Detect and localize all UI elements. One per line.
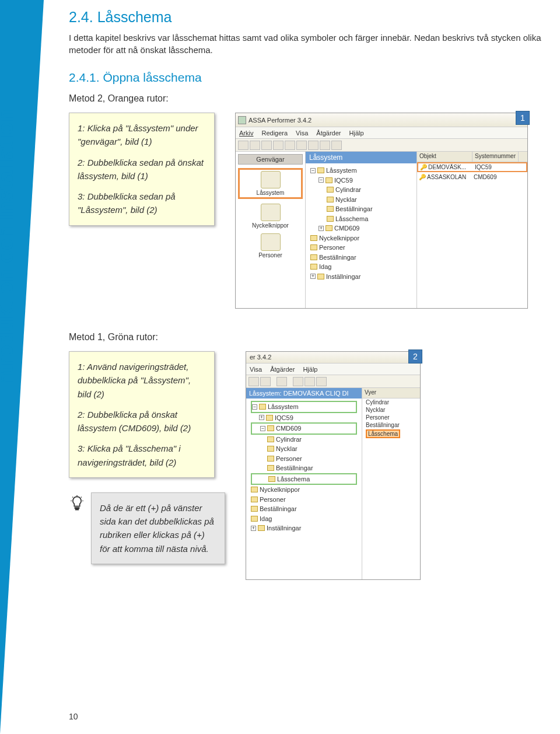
toolbar-icon[interactable] — [320, 141, 330, 150]
tree-node[interactable]: +CMD609 — [310, 223, 412, 233]
toolbar-icon[interactable] — [238, 141, 249, 150]
intro-paragraph: I detta kapitel beskrivs var låsschemat … — [69, 32, 541, 56]
tree-node[interactable]: Beställningar — [310, 204, 412, 214]
tree-label: Personer — [276, 454, 302, 464]
tree-node[interactable]: Nyckelknippor — [251, 485, 357, 495]
menu-visa[interactable]: Visa — [296, 130, 308, 137]
minus-icon[interactable]: − — [310, 168, 316, 173]
badge-1: 1 — [516, 111, 530, 125]
cell-system: IQC59 — [473, 164, 494, 170]
shortcut-personer[interactable]: Personer — [238, 233, 303, 258]
tree-label: Inställningar — [326, 272, 360, 282]
folder-icon — [261, 204, 281, 221]
method-2-label: Metod 2, Orangea rutor: — [69, 93, 541, 104]
tree-node[interactable]: −Låssystem — [310, 166, 412, 176]
menu-atgarder[interactable]: Åtgärder — [316, 130, 341, 137]
heading-1: 2.4. Låsschema — [69, 9, 541, 26]
plus-icon[interactable]: + — [259, 415, 264, 420]
tree-header: Låssystem: DEMOVÄSKA CLIQ DI — [246, 388, 362, 399]
tree-node-hl-green[interactable]: −Låssystem — [251, 401, 357, 413]
tree-node[interactable]: Cylindrar — [310, 185, 412, 195]
tree-label: IQC59 — [334, 176, 353, 186]
tree-node[interactable]: Personer — [310, 243, 412, 253]
app-title: ASSA Performer 3.4.2 — [249, 117, 312, 124]
tree-node[interactable]: Personer — [251, 495, 357, 505]
tree-node[interactable]: Beställningar — [251, 504, 357, 514]
box2-step2: 2: Dubbelklicka på önskat låssystem (CMD… — [78, 408, 206, 435]
view-row-hl-orange[interactable]: Låsschema — [362, 429, 420, 439]
tree-node[interactable]: Nyckelknippor — [310, 233, 412, 243]
view-row[interactable]: Nycklar — [362, 406, 420, 414]
tree-node[interactable]: Idag — [310, 262, 412, 272]
view-label: Personer — [366, 414, 390, 421]
col-systemnummer[interactable]: Systemnummer — [473, 152, 519, 162]
toolbar-icon[interactable] — [308, 141, 318, 150]
tree-node[interactable]: Idag — [251, 514, 357, 524]
col-objekt[interactable]: Objekt — [417, 152, 473, 162]
menu-redigera[interactable]: Redigera — [261, 130, 288, 137]
toolbar-icon[interactable] — [331, 141, 342, 150]
menu-arkiv[interactable]: Arkiv — [239, 130, 253, 137]
tree-node[interactable]: +Inställningar — [251, 523, 357, 533]
menu-hjalp[interactable]: Hjälp — [349, 130, 364, 137]
shortcut-nyckelknippor[interactable]: Nyckelknippor — [238, 204, 303, 229]
toolbar — [246, 375, 420, 388]
tree-label: Beställningar — [260, 504, 297, 514]
view-label: Nycklar — [366, 407, 385, 413]
view-row[interactable]: Personer — [362, 414, 420, 421]
menu-atgarder[interactable]: Åtgärder — [270, 366, 295, 373]
tree-node[interactable]: Beställningar — [310, 253, 412, 263]
toolbar-icon[interactable] — [260, 377, 271, 386]
heading-2: 2.4.1. Öppna låsschema — [69, 71, 541, 85]
tree-label: Cylindrar — [276, 435, 302, 445]
menu-hjalp[interactable]: Hjälp — [303, 366, 317, 373]
tree-label: Låssystem — [326, 166, 357, 176]
folder-icon — [251, 487, 258, 492]
item-icon: 🔑 — [418, 164, 426, 170]
tree-node[interactable]: Nycklar — [310, 195, 412, 205]
tree-node-hl-green[interactable]: Låsschema — [251, 473, 357, 485]
list-row-highlighted[interactable]: 🔑 DEMOVÄSK... IQC59 — [417, 162, 527, 172]
folder-icon — [259, 404, 266, 410]
toolbar-icon[interactable] — [304, 377, 315, 386]
toolbar-icon[interactable] — [316, 377, 327, 386]
shortcuts-header: Genvägar — [238, 154, 303, 165]
tree-node[interactable]: Beställningar — [251, 463, 357, 473]
tree-node[interactable]: Låsschema — [310, 214, 412, 224]
tree-node[interactable]: −IQC59 — [310, 176, 412, 186]
toolbar-icon[interactable] — [276, 377, 287, 386]
tree-node[interactable]: +IQC59 — [251, 413, 357, 423]
folder-icon — [310, 244, 317, 250]
toolbar-icon[interactable] — [296, 141, 307, 150]
cell-system: CMD609 — [472, 174, 498, 180]
toolbar-icon[interactable] — [250, 141, 260, 150]
toolbar-icon[interactable] — [249, 377, 259, 386]
view-row[interactable]: Cylindrar — [362, 399, 420, 406]
plus-icon[interactable]: + — [318, 226, 324, 231]
tree-label: Beställningar — [319, 253, 356, 263]
list-row[interactable]: 🔑 ASSASKOLAN CMD609 — [417, 172, 527, 182]
tree-node[interactable]: +Inställningar — [310, 272, 412, 282]
tree-node[interactable]: Nycklar — [251, 444, 357, 454]
tree-label: CMD609 — [276, 424, 301, 434]
toolbar-icon[interactable] — [261, 141, 272, 150]
minus-icon[interactable]: − — [252, 404, 257, 410]
tree-node[interactable]: Personer — [251, 454, 357, 464]
folder-icon — [268, 476, 275, 482]
shortcut-label: Personer — [258, 252, 282, 258]
minus-icon[interactable]: − — [260, 426, 265, 431]
shortcut-lassystem[interactable]: Låssystem — [238, 168, 303, 199]
toolbar-icon[interactable] — [285, 141, 295, 150]
plus-icon[interactable]: + — [310, 274, 316, 279]
tree-node[interactable]: Cylindrar — [251, 435, 357, 445]
menu-visa[interactable]: Visa — [250, 366, 262, 373]
view-row[interactable]: Beställningar — [362, 421, 420, 429]
toolbar-icon[interactable] — [273, 141, 284, 150]
tree-node-hl-green[interactable]: −CMD609 — [251, 422, 357, 435]
tree-label: Låssystem — [268, 402, 299, 412]
minus-icon[interactable]: − — [318, 177, 324, 183]
toolbar-icon[interactable] — [293, 377, 303, 386]
plus-icon[interactable]: + — [251, 526, 256, 531]
side-section-label: Introduktion och Installation — [0, 109, 18, 392]
tree-label: Låsschema — [335, 214, 368, 224]
